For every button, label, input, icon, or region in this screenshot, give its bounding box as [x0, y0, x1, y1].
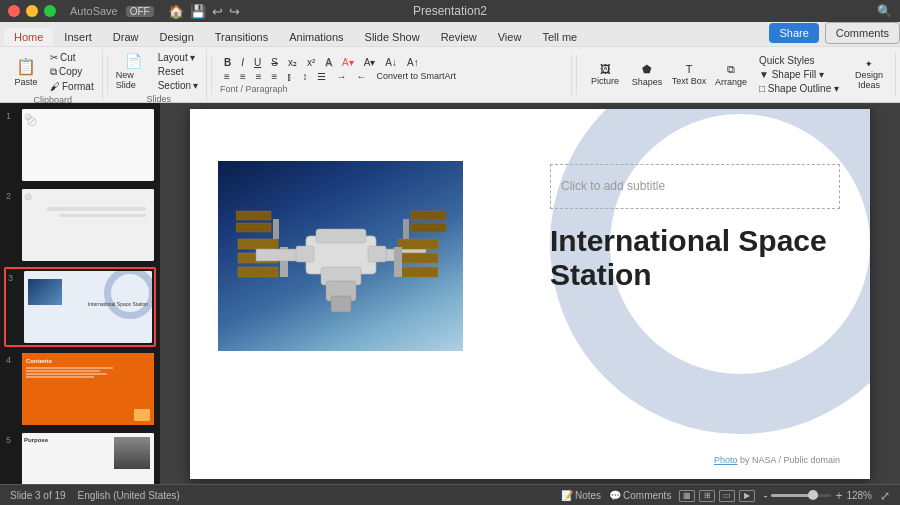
picture-button[interactable]: 🖼 Picture — [587, 56, 623, 94]
paste-button[interactable]: 📋 Paste — [8, 53, 44, 91]
ribbon-content: 📋 Paste ✂ Cut ⧉ Copy 🖌 Format — [0, 46, 900, 102]
layout-button[interactable]: Layout ▾ — [154, 51, 202, 64]
svg-rect-2 — [238, 267, 278, 277]
title-bar: AutoSave OFF 🏠 💾 ↩ ↪ Presentation2 🔍 — [0, 0, 900, 22]
tab-tellme[interactable]: Tell me — [532, 28, 587, 46]
list-button[interactable]: ☰ — [313, 70, 330, 83]
tab-view[interactable]: View — [488, 28, 532, 46]
italic-button[interactable]: I — [237, 56, 248, 69]
superscript-button[interactable]: x² — [303, 56, 319, 69]
svg-rect-6 — [273, 219, 279, 239]
search-icon[interactable]: 🔍 — [877, 4, 892, 18]
copy-button[interactable]: ⧉ Copy — [46, 65, 98, 79]
titlebar-actions: 🔍 — [877, 4, 892, 18]
subtitle-placeholder: Click to add subtitle — [561, 179, 665, 193]
shape-fill-button[interactable]: ▼ Shape Fill ▾ — [755, 68, 843, 81]
shape-outline-button[interactable]: □ Shape Outline ▾ — [755, 82, 843, 95]
font-size-button[interactable]: A▾ — [360, 56, 380, 69]
slide-thumb-5[interactable]: 5 Purpose — [4, 431, 156, 484]
quick-styles-button[interactable]: Quick Styles — [755, 54, 843, 67]
thumb4-decoration — [134, 409, 150, 421]
textbox-button[interactable]: T Text Box — [671, 56, 707, 94]
slide-iss-image[interactable] — [218, 161, 463, 351]
redo-icon[interactable]: ↪ — [229, 4, 240, 19]
font-decrease-button[interactable]: A↓ — [381, 56, 401, 69]
slideshow-view-button[interactable]: ▶ — [739, 490, 755, 502]
format-painter-button[interactable]: 🖌 Format — [46, 80, 98, 93]
align-center-button[interactable]: ≡ — [236, 70, 250, 83]
thumb3-circle — [104, 271, 152, 319]
new-slide-button[interactable]: 📄 New Slide — [116, 52, 152, 90]
share-button[interactable]: Share — [769, 23, 818, 43]
bold-button[interactable]: B — [220, 56, 235, 69]
reset-button[interactable]: Reset — [154, 65, 202, 78]
smartart-button[interactable]: Convert to SmartArt — [372, 70, 460, 82]
svg-rect-9 — [316, 229, 366, 243]
indent-decrease-button[interactable]: ← — [352, 70, 370, 83]
zoom-minus-button[interactable]: - — [763, 489, 767, 503]
slide-sorter-button[interactable]: ⊞ — [699, 490, 715, 502]
slide-thumb-1[interactable]: 1 ⊘ — [4, 107, 156, 183]
comments-button[interactable]: Comments — [825, 22, 900, 44]
thumb3-iss-image — [28, 279, 62, 305]
zoom-plus-button[interactable]: + — [835, 489, 842, 503]
slide-panel[interactable]: 1 ⊘ 2 ⊘ 3 — [0, 103, 160, 484]
reading-view-button[interactable]: ▭ — [719, 490, 735, 502]
font-color-button[interactable]: A▾ — [338, 56, 358, 69]
slide-thumb-3[interactable]: 3 International Space Station — [4, 267, 156, 347]
slide-thumb-2[interactable]: 2 ⊘ — [4, 187, 156, 263]
section-button[interactable]: Section ▾ — [154, 79, 202, 92]
svg-rect-13 — [296, 246, 314, 262]
undo-icon[interactable]: ↩ — [212, 4, 223, 19]
zoom-thumb[interactable] — [808, 490, 818, 500]
minimize-button[interactable] — [26, 5, 38, 17]
design-ideas-button[interactable]: ✦ Design Ideas — [849, 56, 889, 94]
close-button[interactable] — [8, 5, 20, 17]
indent-increase-button[interactable]: → — [332, 70, 350, 83]
align-justify-button[interactable]: ≡ — [268, 70, 282, 83]
maximize-button[interactable] — [44, 5, 56, 17]
notes-button[interactable]: 📝 Notes — [561, 490, 601, 501]
credit-link[interactable]: Photo — [714, 455, 738, 465]
line-spacing-button[interactable]: ↕ — [298, 70, 311, 83]
align-left-button[interactable]: ≡ — [220, 70, 234, 83]
tab-transitions[interactable]: Transitions — [205, 28, 278, 46]
slide-thumb-4[interactable]: 4 Contents — [4, 351, 156, 427]
ribbon-tab-bar: Home Insert Draw Design Transitions Anim… — [0, 22, 900, 46]
slide-subtitle-box[interactable]: Click to add subtitle — [550, 164, 840, 209]
cut-button[interactable]: ✂ Cut — [46, 51, 98, 64]
svg-rect-15 — [398, 239, 438, 249]
svg-rect-5 — [236, 223, 271, 232]
svg-rect-19 — [411, 211, 446, 220]
subscript-button[interactable]: x₂ — [284, 56, 301, 69]
shadow-button[interactable]: A — [321, 56, 336, 69]
textbox-icon: T — [686, 63, 693, 75]
arrange-button[interactable]: ⧉ Arrange — [713, 56, 749, 94]
slide-preview-4: Contents — [22, 353, 154, 425]
align-right-button[interactable]: ≡ — [252, 70, 266, 83]
tab-slideshow[interactable]: Slide Show — [355, 28, 430, 46]
slide-title-text: International SpaceStation — [550, 224, 827, 292]
tab-home[interactable]: Home — [4, 28, 53, 46]
tab-animations[interactable]: Animations — [279, 28, 353, 46]
tab-review[interactable]: Review — [431, 28, 487, 46]
slide-title[interactable]: International SpaceStation — [550, 224, 840, 293]
shapes-icon: ⬟ — [642, 63, 652, 76]
font-increase-button[interactable]: A↑ — [403, 56, 423, 69]
normal-view-button[interactable]: ▦ — [679, 490, 695, 502]
tab-draw[interactable]: Draw — [103, 28, 149, 46]
underline-button[interactable]: U — [250, 56, 265, 69]
new-slide-icon: 📄 — [124, 52, 144, 69]
fit-to-window-button[interactable]: ⤢ — [880, 489, 890, 503]
comments-status-button[interactable]: 💬 Comments — [609, 490, 671, 501]
columns-button[interactable]: ⫿ — [283, 70, 296, 83]
svg-rect-17 — [398, 267, 438, 277]
tab-insert[interactable]: Insert — [54, 28, 102, 46]
strikethrough-button[interactable]: S — [267, 56, 282, 69]
ribbon-group-drawing: 🖼 Picture ⬟ Shapes T Text Box ⧉ Arrange … — [581, 52, 896, 97]
shapes-button[interactable]: ⬟ Shapes — [629, 56, 665, 94]
design-icon: ✦ — [865, 59, 873, 69]
autosave-toggle[interactable]: OFF — [126, 6, 154, 17]
save-icon[interactable]: 💾 — [190, 4, 206, 19]
tab-design[interactable]: Design — [150, 28, 204, 46]
